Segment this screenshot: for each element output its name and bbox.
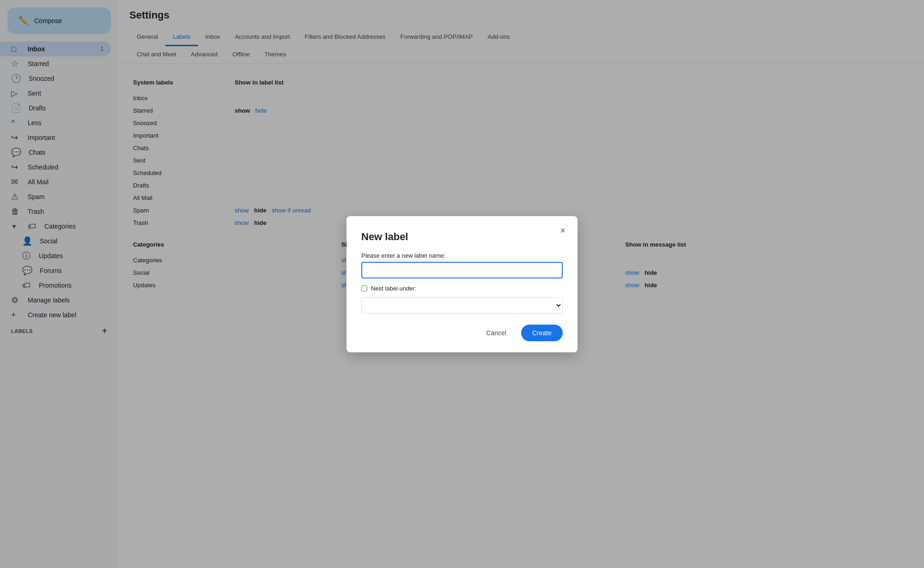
cancel-button[interactable]: Cancel [477, 325, 516, 341]
nest-label-text: Nest label under: [371, 285, 416, 292]
nest-label-row: Nest label under: [361, 285, 563, 292]
new-label-dialog: New label × Please enter a new label nam… [346, 216, 578, 352]
modal-overlay: New label × Please enter a new label nam… [0, 0, 924, 568]
dialog-actions: Cancel Create [361, 325, 563, 341]
nest-label-select[interactable] [361, 297, 563, 314]
label-name-input[interactable] [361, 262, 563, 278]
dialog-close-button[interactable]: × [555, 224, 570, 238]
nest-label-checkbox[interactable] [361, 285, 367, 291]
create-button[interactable]: Create [521, 325, 563, 341]
dialog-title: New label [361, 231, 563, 243]
label-name-field-label: Please enter a new label name: [361, 252, 563, 259]
